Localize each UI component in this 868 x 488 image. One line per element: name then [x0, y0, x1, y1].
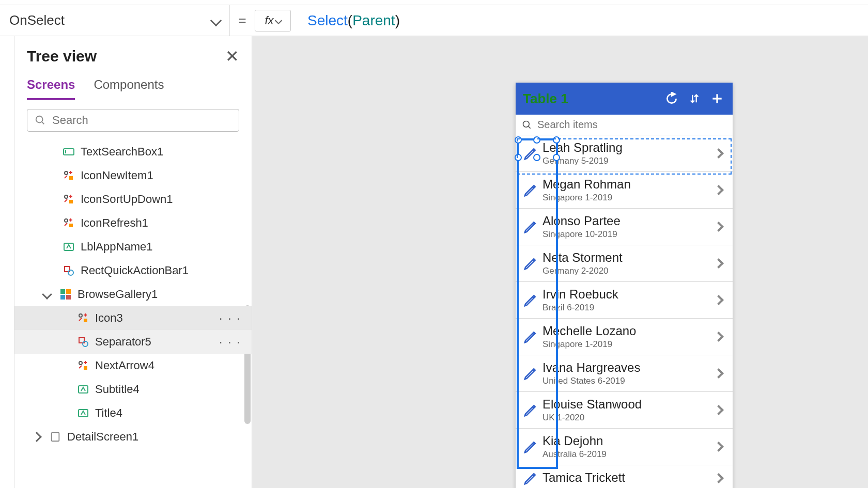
list-item[interactable]: Kia Dejohn Australia 6-2019 [516, 429, 733, 465]
list-item[interactable]: Leah Spratling Germany 5-2019 [516, 135, 733, 172]
list-item[interactable]: Megan Rohman Singapore 1-2019 [516, 172, 733, 209]
icon-control-icon [76, 359, 90, 372]
list-item[interactable]: Ivana Hargreaves United States 6-2019 [516, 355, 733, 392]
chevron-right-icon[interactable] [714, 368, 724, 379]
browse-gallery[interactable]: Leah Spratling Germany 5-2019 Megan Rohm… [516, 135, 733, 488]
list-item[interactable]: Alonso Partee Singapore 10-2019 [516, 209, 733, 245]
svg-rect-5 [69, 176, 73, 180]
row-subtitle: Singapore 1-2019 [542, 339, 715, 350]
svg-line-1 [42, 122, 44, 124]
svg-rect-16 [66, 295, 71, 300]
row-title: Neta Storment [542, 250, 715, 265]
equals-sign: = [230, 12, 255, 28]
tree-item-gallery[interactable]: BrowseGallery1 [14, 282, 252, 306]
app-title: Table 1 [523, 91, 657, 107]
icon-control-icon [62, 193, 75, 206]
row-subtitle: UK 1-2020 [542, 413, 715, 423]
expand-icon[interactable] [32, 432, 42, 442]
property-selector[interactable]: OnSelect [0, 5, 230, 36]
svg-rect-14 [66, 289, 71, 294]
tree-item[interactable]: Title4 [14, 401, 252, 425]
chevron-right-icon[interactable] [714, 148, 724, 159]
chevron-right-icon[interactable] [714, 332, 724, 342]
chevron-right-icon[interactable] [714, 295, 724, 305]
pencil-icon [523, 292, 538, 308]
tree-list[interactable]: TextSearchBox1 IconNewItem1 IconSortUpDo… [14, 140, 252, 488]
search-icon [35, 115, 46, 126]
row-subtitle: Germany 2-2020 [542, 266, 715, 276]
gallery-icon [59, 288, 72, 301]
list-item[interactable]: Elouise Stanwood UK 1-2020 [516, 392, 733, 429]
tree-item[interactable]: RectQuickActionBar1 [14, 259, 252, 282]
tree-item-label: TextSearchBox1 [81, 145, 163, 159]
list-item[interactable]: Mechelle Lozano Singapore 1-2019 [516, 319, 733, 355]
tree-item-detailscreen[interactable]: DetailScreen1 [14, 425, 252, 449]
tree-item[interactable]: TextSearchBox1 [14, 140, 252, 164]
list-item[interactable]: Irvin Roebuck Brazil 6-2019 [516, 282, 733, 319]
tree-item-label: IconSortUpDown1 [81, 193, 173, 206]
svg-rect-9 [69, 224, 73, 227]
tree-item-label: Icon3 [95, 311, 123, 325]
pencil-icon [523, 256, 538, 271]
canvas[interactable]: Table 1 Leah Spratling Germany 5-2019 Me… [252, 36, 868, 488]
tree-item-label: DetailScreen1 [67, 430, 138, 444]
phone-preview: Table 1 Leah Spratling Germany 5-2019 Me… [516, 83, 733, 488]
tree-item[interactable]: Subtitle4 [14, 377, 252, 401]
phone-search-input[interactable] [537, 119, 726, 131]
pencil-icon [523, 182, 538, 198]
svg-point-6 [65, 195, 68, 198]
row-title: Irvin Roebuck [542, 287, 715, 302]
list-item[interactable]: Neta Storment Germany 2-2020 [516, 245, 733, 282]
shape-icon [76, 335, 90, 349]
tab-components[interactable]: Components [94, 71, 164, 100]
chevron-right-icon[interactable] [714, 405, 724, 415]
icon-control-icon [76, 311, 90, 325]
svg-line-29 [529, 126, 531, 128]
svg-rect-15 [60, 295, 65, 300]
row-subtitle: Brazil 6-2019 [542, 303, 715, 313]
more-icon[interactable]: · · · [219, 311, 241, 325]
tree-item-label: Separator5 [95, 335, 151, 349]
svg-point-12 [68, 270, 73, 275]
formula-input[interactable]: Select(Parent) [297, 12, 868, 29]
pencil-icon [523, 219, 538, 234]
tree-item[interactable]: IconNewItem1 [14, 164, 252, 187]
chevron-right-icon[interactable] [714, 442, 724, 452]
row-title: Tamica Trickett [542, 470, 715, 485]
chevron-right-icon[interactable] [714, 222, 724, 232]
tree-item[interactable]: LblAppName1 [14, 235, 252, 259]
sort-icon[interactable] [686, 90, 703, 107]
tree-item-icon3[interactable]: Icon3 · · · [14, 306, 252, 330]
svg-rect-13 [60, 289, 65, 294]
list-item[interactable]: Tamica Trickett [516, 465, 733, 488]
row-title: Mechelle Lozano [542, 324, 715, 338]
expand-icon[interactable] [42, 289, 52, 300]
chevron-right-icon[interactable] [714, 258, 724, 269]
shape-icon [62, 264, 75, 277]
tab-screens[interactable]: Screens [27, 71, 75, 100]
close-icon[interactable]: ✕ [225, 46, 239, 66]
tree-item-label: IconNewItem1 [81, 169, 153, 182]
chevron-right-icon[interactable] [714, 473, 724, 483]
phone-search[interactable] [516, 115, 733, 135]
tree-item[interactable]: IconSortUpDown1 [14, 187, 252, 211]
more-icon[interactable]: · · · [219, 335, 241, 349]
tree-view-panel: Tree view ✕ Screens Components TextSearc… [14, 36, 252, 488]
pencil-icon [523, 329, 538, 344]
tree-item-separator5[interactable]: Separator5 · · · [14, 330, 252, 354]
fx-button[interactable]: fx [255, 10, 291, 32]
icon-control-icon [62, 216, 75, 230]
tree-search[interactable] [27, 109, 239, 132]
tree-item[interactable]: IconRefresh1 [14, 211, 252, 235]
refresh-icon[interactable] [663, 90, 680, 107]
search-input[interactable] [52, 114, 231, 127]
svg-point-8 [65, 219, 68, 222]
tree-item-label: NextArrow4 [95, 359, 154, 372]
add-icon[interactable] [709, 90, 725, 107]
tree-item-label: Subtitle4 [95, 383, 140, 396]
tree-item[interactable]: NextArrow4 [14, 354, 252, 377]
chevron-right-icon[interactable] [714, 185, 724, 195]
pencil-icon [523, 402, 538, 418]
chevron-down-icon [210, 14, 222, 26]
row-title: Kia Dejohn [542, 434, 715, 448]
